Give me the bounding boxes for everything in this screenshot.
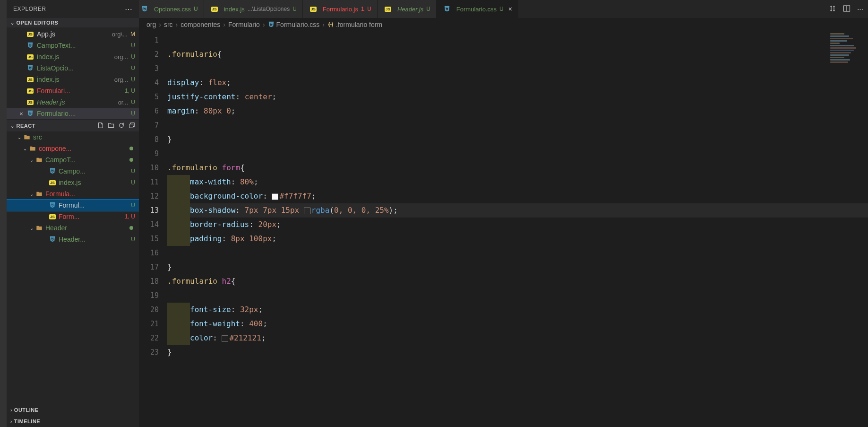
line-number: 15 bbox=[139, 232, 159, 246]
code-line[interactable]: .formulario{ bbox=[167, 47, 868, 61]
breadcrumb-separator: › bbox=[176, 21, 178, 28]
js-icon: JS bbox=[49, 180, 56, 185]
code-line[interactable]: padding: 8px 100px; bbox=[167, 232, 868, 246]
chevron-down-icon: ⌄ bbox=[10, 20, 15, 26]
sidebar-more-icon[interactable]: ⋯ bbox=[125, 5, 132, 14]
code-area[interactable]: .formulario{display: flex;justify-conten… bbox=[167, 31, 868, 427]
file-name: Formulari... bbox=[37, 87, 122, 95]
code-line[interactable] bbox=[167, 61, 868, 76]
line-number: 5 bbox=[139, 90, 159, 104]
editor-tab[interactable]: Opciones.cssU bbox=[139, 0, 204, 18]
file-path: or... bbox=[118, 99, 129, 106]
code-line[interactable]: color: #212121; bbox=[167, 331, 868, 345]
open-editor-item[interactable]: ×JSHeader.jsor...U bbox=[7, 96, 139, 108]
split-editor-icon[interactable] bbox=[843, 5, 851, 14]
tree-file[interactable]: Campo...U bbox=[7, 166, 139, 177]
color-swatch-icon bbox=[304, 208, 310, 214]
timeline-section[interactable]: › TIMELINE bbox=[7, 416, 139, 427]
tree-item-name: Formul... bbox=[59, 201, 128, 209]
collapse-all-icon[interactable] bbox=[129, 122, 135, 130]
outline-section[interactable]: › OUTLINE bbox=[7, 404, 139, 416]
react-folder-header[interactable]: ⌄ REACT bbox=[7, 120, 139, 131]
compare-icon[interactable] bbox=[829, 5, 836, 14]
tree-folder[interactable]: ⌄CampoT... bbox=[7, 154, 139, 166]
code-line[interactable]: border-radius: 20px; bbox=[167, 218, 868, 232]
code-line[interactable]: font-weight: 400; bbox=[167, 317, 868, 331]
breadcrumb-item[interactable]: org bbox=[146, 21, 156, 28]
tab-status: U bbox=[426, 6, 430, 12]
file-name: ListaOpcio... bbox=[37, 64, 128, 72]
tree-item-name: compone... bbox=[39, 145, 129, 152]
close-icon[interactable]: × bbox=[17, 110, 26, 117]
code-line[interactable]: box-shadow: 7px 7px 15px rgba(0, 0, 0, 2… bbox=[167, 203, 868, 218]
code-line[interactable]: font-size: 32px; bbox=[167, 303, 868, 317]
chevron-icon: ⌄ bbox=[28, 192, 35, 197]
open-editor-item[interactable]: ×JSindex.jsorg...U bbox=[7, 74, 139, 85]
refresh-icon[interactable] bbox=[118, 122, 125, 130]
line-number: 20 bbox=[139, 303, 159, 317]
open-editor-item[interactable]: ×JSindex.jsorg...U bbox=[7, 51, 139, 62]
css-icon bbox=[444, 5, 450, 13]
open-editors-header[interactable]: ⌄ OPEN EDITORS bbox=[7, 18, 139, 27]
new-folder-icon[interactable] bbox=[108, 122, 114, 130]
open-editor-item[interactable]: ×CampoText...U bbox=[7, 40, 139, 51]
code-line[interactable] bbox=[167, 147, 868, 161]
tree-item-name: CampoT... bbox=[45, 156, 129, 164]
tab-label: Header.js bbox=[397, 6, 423, 13]
more-actions-icon[interactable]: ⋯ bbox=[857, 6, 863, 13]
breadcrumb-separator: › bbox=[223, 21, 225, 28]
code-line[interactable]: } bbox=[167, 345, 868, 359]
tree-folder[interactable]: ⌄Formula... bbox=[7, 188, 139, 200]
code-line[interactable]: justify-content: center; bbox=[167, 90, 868, 104]
breadcrumb-item[interactable]: .formulario form bbox=[327, 21, 382, 28]
color-swatch-icon bbox=[222, 335, 228, 342]
tree-file[interactable]: Header...U bbox=[7, 234, 139, 245]
breadcrumb-item[interactable]: Formulario.css bbox=[268, 21, 320, 29]
editor-tab[interactable]: Formulario.cssU× bbox=[437, 0, 518, 18]
chevron-right-icon: › bbox=[10, 419, 12, 424]
close-icon[interactable]: × bbox=[508, 5, 512, 13]
tree-file[interactable]: JSForm...1, U bbox=[7, 211, 139, 222]
tree-folder[interactable]: ⌄compone... bbox=[7, 143, 139, 154]
code-line[interactable]: .formulario h2{ bbox=[167, 274, 868, 288]
breadcrumb-item[interactable]: componentes bbox=[180, 21, 220, 28]
folder-icon bbox=[24, 134, 30, 140]
open-editor-item[interactable]: ×Formulario....U bbox=[7, 108, 139, 119]
code-line[interactable] bbox=[167, 246, 868, 260]
tree-folder[interactable]: ⌄src bbox=[7, 131, 139, 143]
code-line[interactable]: .formulario form{ bbox=[167, 161, 868, 175]
file-path: org... bbox=[114, 76, 129, 83]
breadcrumbs[interactable]: org›src›componentes›Formulario› Formular… bbox=[139, 18, 868, 31]
tree-file[interactable]: Formul...U bbox=[7, 200, 139, 211]
chevron-right-icon: › bbox=[10, 408, 12, 413]
code-line[interactable]: } bbox=[167, 132, 868, 147]
code-line[interactable] bbox=[167, 33, 868, 47]
sidebar-header: EXPLORER ⋯ bbox=[7, 0, 139, 18]
code-line[interactable]: margin: 80px 0; bbox=[167, 104, 868, 118]
css-icon bbox=[27, 64, 34, 72]
line-number: 22 bbox=[139, 331, 159, 345]
tree-item-name: Formula... bbox=[45, 190, 135, 198]
code-line[interactable]: display: flex; bbox=[167, 76, 868, 90]
open-editor-item[interactable]: ×ListaOpcio...U bbox=[7, 62, 139, 74]
editor-tab[interactable]: JSFormulario.js1, U bbox=[303, 0, 378, 18]
breadcrumb-item[interactable]: src bbox=[164, 21, 173, 28]
editor-tab[interactable]: JSHeader.jsU bbox=[378, 0, 437, 18]
tree-folder[interactable]: ⌄Header bbox=[7, 222, 139, 234]
code-line[interactable]: background-color: #f7f7f7; bbox=[167, 189, 868, 203]
code-line[interactable] bbox=[167, 118, 868, 132]
code-line[interactable]: } bbox=[167, 260, 868, 274]
minimap[interactable] bbox=[830, 33, 863, 80]
breadcrumb-item[interactable]: Formulario bbox=[228, 21, 260, 28]
code-line[interactable] bbox=[167, 288, 868, 303]
section-actions bbox=[97, 122, 135, 130]
editor-content[interactable]: 1234567891011121314151617181920212223 .f… bbox=[139, 31, 868, 427]
tree-file[interactable]: JSindex.jsU bbox=[7, 177, 139, 188]
open-editor-item[interactable]: ×JSFormulari...1, U bbox=[7, 85, 139, 96]
line-number: 11 bbox=[139, 175, 159, 189]
editor-tab[interactable]: JSindex.js...\ListaOpcionesU bbox=[204, 0, 303, 18]
new-file-icon[interactable] bbox=[97, 122, 104, 130]
code-line[interactable]: max-width: 80%; bbox=[167, 175, 868, 189]
file-status: U bbox=[128, 42, 135, 49]
open-editor-item[interactable]: ×JSApp.jsorg\...M bbox=[7, 28, 139, 40]
